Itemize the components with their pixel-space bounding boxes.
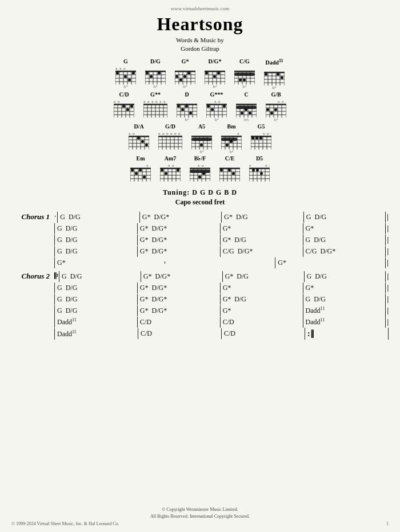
svg-point-167 xyxy=(245,108,247,111)
bar: G D/G xyxy=(54,294,137,305)
svg-point-102 xyxy=(122,105,125,108)
svg-point-60 xyxy=(217,71,220,74)
bar: G* xyxy=(303,283,386,293)
svg-text:x: x xyxy=(265,163,267,168)
svg-point-168 xyxy=(249,112,251,115)
svg-text:x: x xyxy=(271,131,271,136)
chord-DA: D/A x o xyxy=(129,123,149,150)
svg-point-135 xyxy=(181,108,184,111)
svg-point-46 xyxy=(187,71,190,74)
svg-text:o: o xyxy=(172,163,174,168)
chord-row-2: C/D o o xyxy=(111,91,289,122)
subtitle-line2: Gordon Giltrap xyxy=(181,45,219,52)
bar: G* D/G xyxy=(221,212,303,223)
chorus2-block: Chorus 2 𝄆 G D/G G* D/G* G* D/G G D/G | … xyxy=(11,271,389,340)
svg-point-246 xyxy=(230,140,233,143)
svg-text:x: x xyxy=(168,163,170,168)
svg-point-166 xyxy=(241,112,243,115)
chord-Am7: Am7 x o xyxy=(160,155,181,182)
svg-point-184 xyxy=(274,108,277,111)
svg-text:o: o xyxy=(282,99,284,104)
bar: C/D xyxy=(138,328,221,339)
svg-point-245 xyxy=(226,144,229,147)
bar: G* xyxy=(220,305,303,316)
chorus1-block: Chorus 1 ‘ G D/G G* D/G* G* D/G G D/G | … xyxy=(11,211,389,268)
chord-DG: D/G fr² xyxy=(145,58,166,89)
chorus1-row2: G D/G G* D/G* G* G* | xyxy=(11,223,389,234)
chord-row-3: D/A x o xyxy=(126,123,274,154)
bar: :‖ xyxy=(305,328,389,340)
svg-point-74 xyxy=(243,78,246,81)
svg-text:o: o xyxy=(155,99,158,104)
svg-text:x: x xyxy=(237,131,239,136)
bar: G* D/G* xyxy=(137,235,220,245)
bar: G D/G xyxy=(54,246,137,257)
svg-point-104 xyxy=(130,105,133,108)
svg-point-279 xyxy=(139,169,142,172)
svg-text:o: o xyxy=(249,163,251,168)
chord-row-1: G x x o xyxy=(113,58,287,90)
svg-point-151 xyxy=(207,105,210,108)
chord-D: D fr² xyxy=(177,91,197,122)
svg-point-58 xyxy=(205,71,208,74)
bar: G* D/G xyxy=(220,235,303,245)
svg-text:o: o xyxy=(133,131,135,136)
rights-text: All Rights Reserved. International Copyr… xyxy=(150,513,250,520)
bottom-left-text: © 1999-2024 Virtual Sheet Music, Inc. & … xyxy=(11,521,119,526)
chord-diagrams-area: G x x o xyxy=(11,58,389,183)
chord-C: C fr5 xyxy=(236,91,257,122)
chorus2-row4: G D/G G* D/G* G* Dadd11 | xyxy=(11,305,389,316)
svg-text:o: o xyxy=(267,131,269,136)
bar: C/D xyxy=(137,317,220,328)
chorus2-row3: G D/G G* D/G* G* D/G G D/G | xyxy=(11,293,389,305)
svg-point-324 xyxy=(220,169,223,172)
svg-text:o: o xyxy=(178,131,181,136)
svg-text:x: x xyxy=(214,99,217,104)
bar: G D/G xyxy=(304,271,386,282)
svg-point-15 xyxy=(124,75,127,78)
svg-text:o: o xyxy=(202,163,204,168)
website-url: www.virtualsheetmusic.com xyxy=(171,6,229,11)
bar: G* D/G* xyxy=(137,294,220,305)
chord-CG: C/G fr² xyxy=(234,58,255,89)
svg-text:o: o xyxy=(118,99,120,104)
svg-text:o: o xyxy=(170,131,173,136)
bar: G D/G xyxy=(303,212,386,223)
bar: Dadd11 xyxy=(54,328,138,340)
bottom-bar: © 1999-2024 Virtual Sheet Music, Inc. & … xyxy=(11,521,389,526)
svg-point-343 xyxy=(260,172,263,175)
svg-point-44 xyxy=(179,78,182,81)
chord-A5: A5 fr² xyxy=(191,123,212,154)
svg-point-326 xyxy=(232,172,235,175)
chord-CD: C/D o o xyxy=(114,91,134,118)
svg-rect-310 xyxy=(190,170,210,173)
svg-point-31 xyxy=(158,71,161,74)
svg-point-182 xyxy=(266,108,269,111)
bar: G* D/G xyxy=(222,271,304,282)
bar: Dadd11 xyxy=(303,305,386,316)
bar: G* xyxy=(275,257,386,268)
bar: G* D/G* xyxy=(137,305,220,316)
chord-BbF: B♭/F x o xyxy=(190,155,210,182)
bar: Dadd11 xyxy=(54,316,137,328)
chord-GD: G/D o o o o o o xyxy=(158,123,182,150)
svg-point-295 xyxy=(165,172,167,175)
svg-text:x: x xyxy=(115,66,118,71)
svg-point-45 xyxy=(183,75,186,78)
svg-point-43 xyxy=(175,75,178,78)
chorus2-row2: G D/G G* D/G* G* G* | xyxy=(11,282,389,293)
svg-point-296 xyxy=(177,169,179,172)
svg-point-341 xyxy=(252,169,255,172)
bar: G* D/G xyxy=(220,294,303,305)
svg-point-278 xyxy=(135,172,138,175)
svg-point-311 xyxy=(198,176,201,179)
chord-Dadd11: Dadd11 fr² xyxy=(264,58,285,90)
svg-text:x: x xyxy=(119,66,122,71)
svg-point-280 xyxy=(143,176,146,179)
svg-point-294 xyxy=(161,169,163,172)
tuning-info: Tuning: D G D G B D xyxy=(163,188,237,197)
chorus2-row1: Chorus 2 𝄆 G D/G G* D/G* G* D/G G D/G | xyxy=(11,271,389,282)
chord-Bm: Bm x fr³ xyxy=(221,123,242,154)
svg-text:o: o xyxy=(123,66,126,71)
svg-text:x: x xyxy=(163,99,166,104)
